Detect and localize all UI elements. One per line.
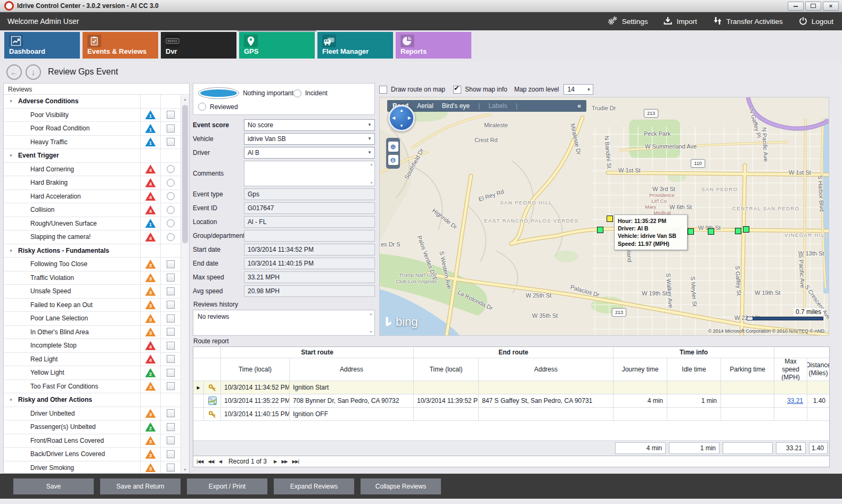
review-checkbox[interactable] <box>167 342 175 350</box>
import-button[interactable]: Import <box>664 16 697 27</box>
scroll-up-icon[interactable]: ▲ <box>183 95 187 103</box>
review-item-row[interactable]: Front/Road Lens Covered3 <box>4 434 181 448</box>
record-next-button[interactable]: ▶ <box>274 459 277 464</box>
map-zoom-select[interactable]: 14 <box>563 84 593 95</box>
review-item-row[interactable]: Passenger(s) Unbelted2 <box>4 420 181 434</box>
review-item-row[interactable]: Collision4 <box>4 203 181 217</box>
review-item-row[interactable]: Driver Smoking3 <box>4 461 181 474</box>
maximize-button[interactable] <box>805 2 821 11</box>
toolbar-collapse-button[interactable]: « <box>577 102 581 110</box>
route-row[interactable]: ▶10/3/2014 11:34:52 PMIgnition Start <box>193 381 829 394</box>
review-checkbox[interactable] <box>167 464 175 472</box>
route-row[interactable]: 10/3/2014 11:40:15 PMIgnition OFF <box>193 408 829 421</box>
review-group-row[interactable]: ▾Adverse Conditions <box>4 95 181 109</box>
collapse-icon[interactable]: ▾ <box>4 393 18 407</box>
radio-icon[interactable] <box>293 89 301 97</box>
col-3[interactable]: Time (local) <box>414 358 479 381</box>
route-point-marker[interactable] <box>735 228 741 234</box>
down-button[interactable]: ↓ <box>26 64 41 80</box>
review-item-row[interactable]: Traffic Violation3 <box>4 271 181 285</box>
review-item-row[interactable]: Incomplete Stop4 <box>4 339 181 353</box>
settings-button[interactable]: Settings <box>607 16 648 27</box>
review-checkbox[interactable] <box>167 125 175 133</box>
col-6[interactable]: Idle time <box>667 358 721 381</box>
record-fastback-button[interactable]: ◀◀ <box>208 459 214 464</box>
review-radio[interactable] <box>167 165 175 173</box>
col-5[interactable]: Journey time <box>614 358 667 381</box>
review-checkbox[interactable] <box>167 260 175 268</box>
review-item-row[interactable]: Failed to Keep an Out3 <box>4 299 181 312</box>
bing-map[interactable]: RoadAerialBird's eye|Labels|« ▲ ▼ ◀ ▶ ⊕ … <box>379 97 829 336</box>
route-start-marker[interactable] <box>607 216 613 222</box>
back-button[interactable]: ← <box>6 64 22 80</box>
review-item-row[interactable]: Hard Braking4 <box>4 176 181 190</box>
zoom-in-button[interactable]: ⊕ <box>388 142 398 152</box>
review-item-row[interactable]: Following Too Close3 <box>4 258 181 271</box>
review-checkbox[interactable] <box>167 355 175 363</box>
collapse-icon[interactable]: ▾ <box>4 149 18 162</box>
export-print-button[interactable]: Export / Print <box>187 478 267 494</box>
record-first-button[interactable]: |◀◀ <box>197 459 203 464</box>
col-1[interactable]: Time (local) <box>221 358 290 381</box>
tab-events-reviews[interactable]: Events & Reviews <box>83 32 158 59</box>
collapse-icon[interactable]: ▾ <box>4 244 18 258</box>
col-9[interactable]: Distance (Miles) <box>807 358 829 381</box>
review-checkbox[interactable] <box>167 436 175 444</box>
review-checkbox[interactable] <box>167 382 175 390</box>
radio-icon[interactable] <box>198 103 206 111</box>
minimize-button[interactable] <box>788 2 804 11</box>
review-checkbox[interactable] <box>167 287 175 295</box>
reviews-scrollbar[interactable]: ▲ ▼ <box>181 95 189 473</box>
collapse-icon[interactable]: ▾ <box>4 95 18 108</box>
review-item-row[interactable]: In Other's Blind Area3 <box>4 326 181 340</box>
route-point-marker[interactable] <box>597 227 603 233</box>
tab-dvr[interactable]: MERGEDvr <box>161 32 236 59</box>
route-row[interactable]: 10/3/2014 11:35:22 PM708 Bynner Dr, San … <box>193 394 829 408</box>
review-item-row[interactable]: Hard Acceleration4 <box>4 190 181 204</box>
review-item-row[interactable]: Driver Unbelted3 <box>4 407 181 421</box>
review-checkbox[interactable] <box>167 111 175 119</box>
record-fastforward-button[interactable]: ▶▶ <box>282 459 288 464</box>
driver-select[interactable]: Al B <box>244 147 375 159</box>
route-point-marker[interactable] <box>708 228 714 235</box>
review-radio[interactable] <box>167 179 175 187</box>
review-checkbox[interactable] <box>167 138 175 146</box>
map-mode-labels[interactable]: Labels <box>488 102 507 110</box>
max-speed-link[interactable]: 33.21 <box>787 397 803 404</box>
review-item-row[interactable]: Poor Visibility1 <box>4 109 181 122</box>
save-button[interactable]: Save <box>13 478 94 494</box>
review-item-row[interactable]: Too Fast For Conditions3 <box>4 380 181 394</box>
tab-reports[interactable]: Reports <box>396 32 471 59</box>
status-radio-option[interactable]: Reviewed <box>198 103 293 111</box>
col-7[interactable]: Parking time <box>721 358 774 381</box>
review-checkbox[interactable] <box>167 409 175 417</box>
review-checkbox[interactable] <box>167 423 175 431</box>
review-item-row[interactable]: Yellow Light2 <box>4 366 181 380</box>
review-radio[interactable] <box>167 192 175 200</box>
review-checkbox[interactable] <box>167 274 175 282</box>
review-checkbox[interactable] <box>167 450 175 458</box>
transfer-activities-button[interactable]: Transfer Activities <box>713 16 783 27</box>
comments-textarea[interactable]: ▲▼ <box>244 161 375 186</box>
review-group-row[interactable]: ▾Event Trigger <box>4 149 181 163</box>
review-item-row[interactable]: Hard Cornering4 <box>4 163 181 177</box>
map-compass-control[interactable]: ▲ ▼ ◀ ▶ <box>388 105 415 131</box>
radio-icon[interactable] <box>198 87 239 99</box>
logout-button[interactable]: Logout <box>799 16 833 27</box>
show-map-info-checkbox[interactable] <box>453 86 461 94</box>
save-and-return-button[interactable]: Save and Return <box>100 478 181 494</box>
review-radio[interactable] <box>167 219 175 227</box>
col-2[interactable]: Address <box>290 358 414 381</box>
review-radio[interactable] <box>167 233 175 241</box>
tab-dashboard[interactable]: Dashboard <box>4 32 80 59</box>
collapse-reviews-button[interactable]: Collapse Reviews <box>361 478 441 494</box>
col-4[interactable]: Address <box>479 358 614 381</box>
record-last-button[interactable]: ▶▶| <box>292 459 299 464</box>
review-item-row[interactable]: Unsafe Speed3 <box>4 285 181 299</box>
event-score-select[interactable]: No score <box>244 119 375 131</box>
tab-fleet-manager[interactable]: Fleet Manager <box>317 32 393 59</box>
status-radio-option[interactable]: Incident <box>293 87 370 99</box>
status-radio-option[interactable]: Nothing important <box>198 87 293 99</box>
review-item-row[interactable]: Poor Road Condition1 <box>4 122 181 136</box>
review-checkbox[interactable] <box>167 315 175 323</box>
